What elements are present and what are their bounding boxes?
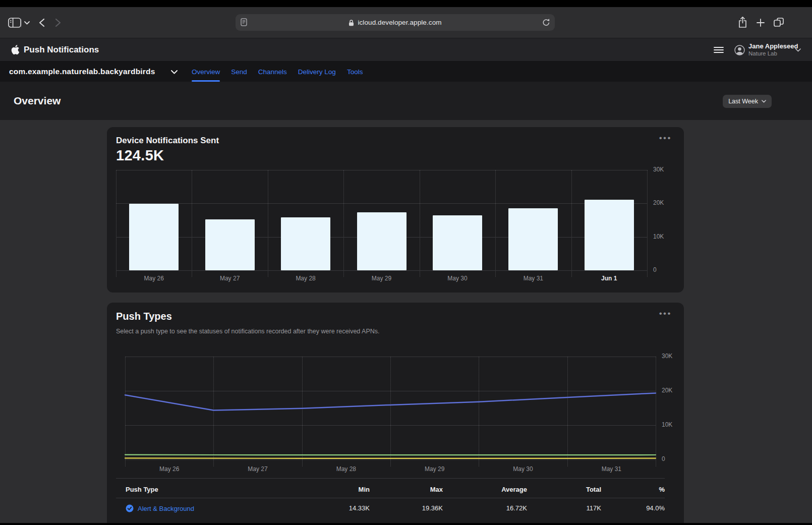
tab-label: Delivery Log <box>298 68 336 76</box>
bar-may-31 <box>508 208 558 270</box>
user-block[interactable]: Jane Appleseed Nature Lab <box>748 42 798 57</box>
gridline-x <box>116 170 117 277</box>
cell-average: 16.72K <box>506 500 527 517</box>
table-top-divider <box>116 478 665 479</box>
app-title: Push Notifications <box>24 38 99 62</box>
app-header: Push Notifications Jane Appleseed Nature… <box>0 38 812 62</box>
cell-max: 19.36K <box>422 500 443 517</box>
card-menu-ellipsis-icon[interactable]: ••• <box>659 309 672 319</box>
x-axis-label: May 29 <box>390 465 479 473</box>
share-icon[interactable] <box>738 16 747 28</box>
cell-min: 14.33K <box>349 500 370 517</box>
x-axis-label: May 31 <box>495 275 571 282</box>
sidebar-menu-chevron-down-icon[interactable] <box>24 21 30 25</box>
avatar[interactable] <box>734 45 745 55</box>
x-axis-label: May 30 <box>479 465 567 473</box>
y-axis-tick-label: 20K <box>662 387 672 394</box>
x-axis-label: May 26 <box>116 275 192 282</box>
back-icon[interactable] <box>39 18 45 27</box>
x-axis-label: May 27 <box>192 275 267 282</box>
tab-overview-icon[interactable] <box>774 18 784 27</box>
push-type-link[interactable]: Alert & Background <box>126 500 194 517</box>
reload-icon[interactable] <box>542 18 550 27</box>
tab-label: Overview <box>192 68 220 76</box>
url-display: icloud.developer.apple.com <box>236 14 555 31</box>
bar-jun-1 <box>585 200 634 270</box>
column-header-max: Max <box>430 482 443 497</box>
date-range-button[interactable]: Last Week <box>723 95 772 108</box>
url-field[interactable]: icloud.developer.apple.com <box>236 14 555 31</box>
y-axis-tick-label: 10K <box>662 421 672 428</box>
gridline-y <box>116 270 647 271</box>
user-name: Jane Appleseed <box>748 42 798 50</box>
blue-check-circle-icon <box>126 504 134 512</box>
x-axis-label: May 28 <box>268 275 343 282</box>
x-axis-label: Jun 1 <box>571 275 647 282</box>
card-subtitle: Select a push type to see the statuses o… <box>116 328 380 335</box>
column-header-average: Average <box>501 482 527 497</box>
bar-may-30 <box>433 215 482 270</box>
gridline-x <box>420 170 420 277</box>
x-axis-label: May 28 <box>302 465 390 473</box>
card-menu-ellipsis-icon[interactable]: ••• <box>659 133 672 143</box>
tab-label: Tools <box>347 68 363 76</box>
gridline-x <box>656 357 656 466</box>
bundle-chevron-down-icon[interactable] <box>171 70 178 74</box>
series-line-alert-background <box>125 393 656 410</box>
x-axis-label: May 29 <box>343 275 419 282</box>
tab-overview[interactable]: Overview <box>192 62 220 82</box>
card-title: Push Types <box>116 311 172 322</box>
y-axis-tick-label: 0 <box>662 455 665 462</box>
gridline-x <box>571 170 572 277</box>
gridline-y <box>116 170 647 170</box>
gridline-x <box>647 170 648 277</box>
cell-total: 117K <box>587 500 601 517</box>
menu-icon[interactable] <box>714 46 724 53</box>
x-axis-label: May 27 <box>213 465 302 473</box>
push-types-card: Push Types Select a push type to see the… <box>107 303 684 523</box>
column-header--: % <box>659 482 665 497</box>
account-chevron-down-icon[interactable] <box>795 48 801 52</box>
new-tab-icon[interactable] <box>757 19 765 27</box>
page-title: Overview <box>14 82 61 120</box>
bar-may-27 <box>205 219 255 270</box>
tab-tools[interactable]: Tools <box>347 62 363 82</box>
tab-send[interactable]: Send <box>231 62 247 82</box>
app-nav: com.example.naturelab.backyardbirds Over… <box>0 62 812 82</box>
forward-icon[interactable] <box>55 18 61 27</box>
gridline-x <box>192 170 192 277</box>
card-title: Device Notifications Sent <box>116 136 219 146</box>
line-chart: 010K20K30KMay 26May 27May 28May 29May 30… <box>125 357 656 459</box>
page-header: Overview Last Week <box>0 82 812 120</box>
cell-percent: 94.0% <box>646 500 665 517</box>
bar-chart: 010K20K30KMay 26May 27May 28May 29May 30… <box>116 170 647 270</box>
toolbar-divider <box>21 19 22 27</box>
gridline-y <box>116 203 647 204</box>
gridline-x <box>495 170 496 277</box>
screen-bottom-strip <box>0 523 812 525</box>
x-axis-label: May 30 <box>420 275 495 282</box>
tab-channels[interactable]: Channels <box>258 62 287 82</box>
push-types-table-row: Alert & Background14.33K19.36K16.72K117K… <box>116 500 665 517</box>
y-axis-tick-label: 30K <box>662 353 672 360</box>
gridline-x <box>268 170 268 277</box>
bar-may-28 <box>281 217 330 270</box>
y-axis-tick-label: 0 <box>653 266 657 273</box>
bundle-id-selector[interactable]: com.example.naturelab.backyardbirds <box>9 62 155 82</box>
y-axis-tick-label: 10K <box>653 233 664 240</box>
device-notifications-card: Device Notifications Sent 124.5K ••• 010… <box>107 127 684 293</box>
x-axis-label: May 31 <box>567 465 656 473</box>
line-series-svg <box>125 357 656 459</box>
column-header-push-type: Push Type <box>126 482 158 497</box>
sidebar-toggle-icon[interactable] <box>8 18 21 28</box>
column-header-total: Total <box>586 482 601 497</box>
tab-delivery-log[interactable]: Delivery Log <box>298 62 336 82</box>
column-header-min: Min <box>359 482 370 497</box>
table-header-divider <box>116 498 665 498</box>
range-chevron-down-icon <box>762 100 766 103</box>
notifications-total: 124.5K <box>116 147 164 164</box>
series-line-1 <box>125 455 656 455</box>
gridline-x <box>343 170 344 277</box>
push-type-label: Alert & Background <box>138 505 194 512</box>
x-axis-label: May 26 <box>125 465 213 473</box>
